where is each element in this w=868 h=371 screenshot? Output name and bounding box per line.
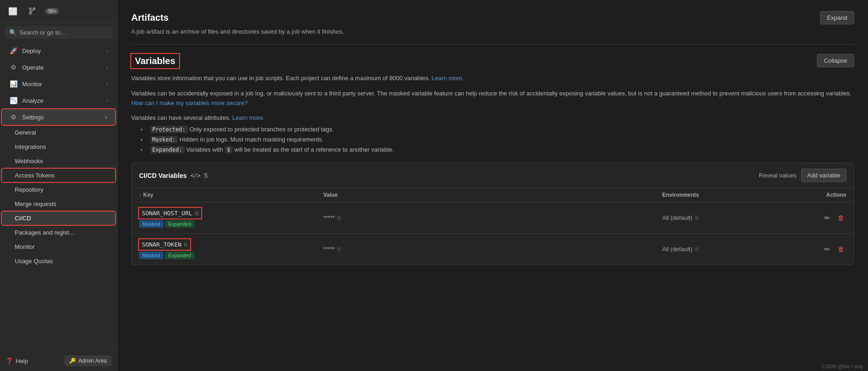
- search-bar[interactable]: 🔍 Search or go to...: [5, 26, 112, 39]
- sidebar-item-analyze[interactable]: 📉 Analyze ›: [2, 93, 115, 108]
- sidebar-item-monitor-sub[interactable]: Monitor: [2, 240, 115, 253]
- help-button[interactable]: ❓ Help: [6, 358, 28, 365]
- delete-button-sonar-host[interactable]: 🗑: [836, 212, 846, 224]
- learn-more-link-1[interactable]: Learn more.: [431, 75, 464, 82]
- col-environments-header: Environments: [662, 192, 777, 198]
- sidebar-item-usage-quotas[interactable]: Usage Quotas: [2, 254, 115, 268]
- value-text: *****: [323, 246, 335, 253]
- watermark: CSDN @the \ only: [822, 364, 863, 369]
- svg-point-2: [29, 12, 31, 14]
- tag-row: Masked Expanded: [139, 220, 323, 228]
- bullet-expanded: Expanded: Variables with $ will be treat…: [140, 146, 854, 153]
- value-cell-sonar-token: ***** ⎘: [323, 246, 662, 253]
- settings-label: Settings: [22, 114, 44, 121]
- main-content: Artifacts Expand A job artifact is an ar…: [117, 0, 868, 371]
- top-icon-bar: ⬜ 99+: [0, 0, 117, 23]
- admin-label: Admin Area: [78, 358, 107, 364]
- sidebar-item-packages-registries[interactable]: Packages and regist...: [2, 226, 115, 239]
- chevron-icon: ›: [106, 48, 108, 53]
- col-actions-header: Actions: [777, 192, 846, 198]
- sidebar-item-operate[interactable]: ⚙ Operate ›: [2, 59, 115, 75]
- copy-key-icon[interactable]: ⎘: [195, 210, 198, 217]
- bullet-masked: Masked: Hidden in job logs. Must match m…: [140, 136, 854, 143]
- variables-title: Variables: [131, 54, 179, 68]
- edit-button-sonar-host[interactable]: ✏: [822, 212, 832, 224]
- svg-point-0: [29, 8, 31, 10]
- panel-icon[interactable]: ⬜: [6, 4, 20, 18]
- key-name-text: SONAR_HOST_URL: [142, 210, 192, 217]
- deploy-icon: 🚀: [9, 47, 17, 55]
- analyze-icon: 📉: [9, 96, 17, 105]
- sidebar-item-deploy[interactable]: 🚀 Deploy ›: [2, 43, 115, 59]
- todo-icon[interactable]: 99+: [44, 4, 59, 18]
- variables-section: Variables Collapse Variables store infor…: [131, 54, 854, 265]
- expanded-tag: Expanded: [165, 252, 195, 259]
- sidebar-item-integrations[interactable]: Integrations: [2, 140, 115, 153]
- sidebar-item-settings[interactable]: ⚙ Settings ∨: [2, 109, 115, 125]
- reveal-values-button[interactable]: Reveal values: [759, 172, 797, 179]
- col-value-header: Value: [323, 192, 662, 198]
- cicd-table-header: CI/CD Variables </> 5 Reveal values Add …: [132, 163, 854, 188]
- expand-button[interactable]: Expand: [820, 11, 854, 24]
- todo-badge: 99+: [46, 8, 59, 14]
- search-placeholder: Search or go to...: [19, 29, 65, 36]
- help-label: Help: [16, 358, 28, 365]
- add-variable-button[interactable]: Add variable: [801, 169, 846, 182]
- copy-value-icon[interactable]: ⎘: [338, 246, 341, 253]
- value-text: *****: [323, 214, 335, 221]
- copy-env-icon[interactable]: ⎘: [695, 215, 699, 221]
- sidebar-item-webhooks[interactable]: Webhooks: [2, 154, 115, 168]
- collapse-button[interactable]: Collapse: [817, 54, 854, 67]
- sidebar: ⬜ 99+ 🔍 Search or go to... 🚀 Deplo: [0, 0, 117, 371]
- learn-more-link-2[interactable]: Learn more.: [232, 114, 264, 121]
- masked-tag: Masked: [139, 252, 163, 259]
- table-row: SONAR_HOST_URL ⎘ Masked Expanded ***** ⎘…: [132, 202, 854, 234]
- variables-desc2: Variables can be accidentally exposed in…: [131, 90, 851, 97]
- copy-env-icon[interactable]: ⎘: [695, 246, 699, 253]
- monitor-icon: 📊: [9, 80, 17, 88]
- actions-cell-sonar-token: ✏ 🗑: [777, 243, 846, 255]
- sidebar-item-access-tokens[interactable]: Access Tokens: [2, 169, 115, 182]
- sidebar-item-merge-requests[interactable]: Merge requests: [2, 197, 115, 211]
- artifacts-header: Artifacts Expand: [131, 11, 854, 24]
- merge-icon[interactable]: [25, 4, 40, 18]
- col-key-header: ↑ Key: [139, 192, 323, 198]
- analyze-label: Analyze: [22, 97, 43, 104]
- sidebar-footer: ❓ Help 🔑 Admin Area: [0, 350, 117, 371]
- actions-cell-sonar-host: ✏ 🗑: [777, 212, 846, 224]
- delete-button-sonar-token[interactable]: 🗑: [836, 243, 846, 255]
- masked-code: Masked:: [150, 136, 178, 143]
- variables-desc3: Variables can have several attributes.: [131, 114, 231, 121]
- search-icon: 🔍: [9, 29, 17, 36]
- key-column-label: Key: [143, 192, 153, 198]
- expanded-tag: Expanded: [165, 220, 195, 228]
- copy-key-icon[interactable]: ⎘: [184, 241, 187, 248]
- value-cell-sonar-host: ***** ⎘: [323, 214, 662, 221]
- cicd-title-text: CI/CD Variables: [139, 172, 187, 179]
- sidebar-item-general[interactable]: General: [2, 126, 115, 139]
- sidebar-item-cicd[interactable]: CI/CD: [2, 212, 115, 225]
- expanded-code: Expanded:: [150, 146, 185, 153]
- table-columns: ↑ Key Value Environments Actions: [132, 188, 854, 202]
- protected-code: Protected:: [150, 126, 188, 133]
- key-name-text: SONAR_TOKEN: [142, 241, 181, 248]
- table-row: SONAR_TOKEN ⎘ Masked Expanded ***** ⎘ Al…: [132, 234, 854, 265]
- env-cell-sonar-host: All (default) ⎘: [662, 214, 777, 221]
- sidebar-item-repository[interactable]: Repository: [2, 183, 115, 196]
- chevron-icon: ›: [106, 82, 108, 87]
- secure-link[interactable]: How can I make my variables more secure?: [131, 100, 248, 106]
- artifacts-title: Artifacts: [131, 12, 169, 23]
- copy-value-icon[interactable]: ⎘: [338, 215, 341, 221]
- table-actions: Reveal values Add variable: [759, 169, 846, 182]
- env-cell-sonar-token: All (default) ⎘: [662, 246, 777, 253]
- sidebar-item-monitor[interactable]: 📊 Monitor ›: [2, 76, 115, 92]
- help-icon: ❓: [6, 358, 13, 365]
- edit-button-sonar-token[interactable]: ✏: [822, 243, 832, 255]
- cicd-table-title: CI/CD Variables </> 5: [139, 172, 208, 179]
- monitor-label: Monitor: [22, 81, 42, 88]
- nav-section: 🚀 Deploy › ⚙ Operate › 📊 Monitor › 📉 Ana…: [0, 42, 117, 268]
- artifacts-description: A job artifact is an archive of files an…: [131, 28, 854, 35]
- admin-area-button[interactable]: 🔑 Admin Area: [64, 355, 111, 366]
- cicd-count: 5: [204, 172, 208, 179]
- key-cell-sonar-host: SONAR_HOST_URL ⎘ Masked Expanded: [139, 208, 323, 228]
